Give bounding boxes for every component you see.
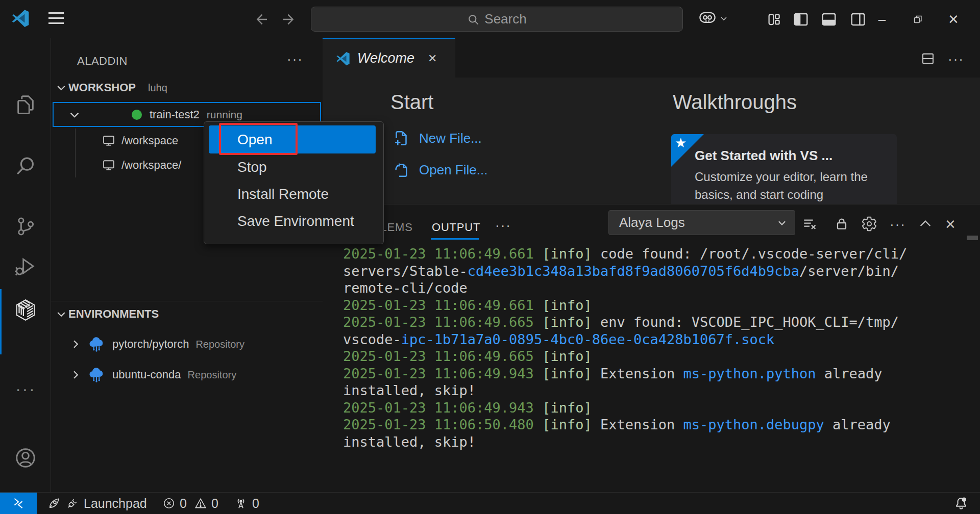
window-minimize-button[interactable]: – — [872, 9, 892, 30]
monitor-icon — [102, 158, 116, 172]
output-channel-select[interactable]: Alaya Logs — [608, 210, 795, 235]
search-input[interactable]: Search — [311, 7, 683, 32]
radio-tower-icon — [234, 496, 248, 510]
env-type: Repository — [188, 369, 237, 381]
copilot-menu-button[interactable] — [698, 11, 728, 26]
chevron-right-icon — [69, 338, 82, 350]
chevron-down-icon — [720, 14, 728, 22]
run-debug-icon[interactable] — [0, 254, 51, 278]
minimize-icon: – — [878, 12, 886, 28]
workspace-path: /workspace/ — [121, 159, 181, 172]
sidebar-more-actions-icon[interactable]: ··· — [287, 52, 303, 67]
nav-back-icon[interactable] — [253, 11, 269, 28]
chevron-down-icon — [776, 217, 788, 228]
env-item-pytorch[interactable]: pytorch/pytorch Repository — [51, 332, 323, 356]
notifications-bell-item[interactable] — [953, 493, 969, 514]
forwarded-ports-item[interactable]: 0 — [234, 493, 259, 514]
editor-more-actions-icon[interactable]: ··· — [948, 52, 964, 67]
menu-hamburger-icon[interactable] — [48, 12, 64, 24]
menu-item-stop[interactable]: Stop — [204, 153, 383, 181]
panel-more-actions-icon[interactable]: ··· — [890, 217, 906, 233]
launchpad-item[interactable]: Launchpad — [47, 493, 147, 514]
remote-icon — [12, 497, 25, 510]
tab-welcome[interactable]: Welcome ✕ — [323, 38, 455, 78]
log-line: 2025-01-23 11:06:49.665 [info] — [343, 348, 966, 365]
walkthroughs-heading: Walkthroughs — [673, 91, 797, 114]
output-channel-value: Alaya Logs — [619, 215, 776, 230]
window-restore-button[interactable] — [908, 9, 928, 30]
split-editor-icon[interactable] — [920, 51, 936, 66]
search-view-icon[interactable] — [0, 155, 51, 178]
editor-tab-bar: Welcome ✕ ··· — [323, 38, 980, 78]
monitor-icon — [102, 134, 116, 148]
open-file-link[interactable]: Open File... — [391, 160, 487, 179]
remote-indicator[interactable] — [0, 493, 37, 514]
log-line: 2025-01-23 11:06:49.943 [info] Extension… — [343, 365, 966, 382]
explorer-icon[interactable] — [0, 93, 51, 117]
section-label: ENVIRONMENTS — [68, 307, 159, 321]
cloud-repo-icon — [87, 336, 106, 353]
error-count: 0 — [180, 496, 187, 511]
account-icon[interactable] — [0, 446, 51, 470]
more-views-icon[interactable]: ··· — [0, 379, 51, 399]
launchpad-label: Launchpad — [84, 496, 147, 511]
error-icon — [162, 497, 176, 510]
activity-bar: ··· — [0, 38, 51, 492]
log-lines: 2025-01-23 11:06:49.661 [info] code foun… — [343, 245, 966, 450]
plug-icon — [65, 496, 80, 510]
env-name: ubuntu-conda — [112, 368, 181, 381]
env-name: pytorch/pytorch — [112, 338, 189, 351]
toggle-secondary-sidebar-icon[interactable] — [849, 12, 867, 27]
nav-forward-icon[interactable] — [281, 11, 298, 28]
close-panel-icon[interactable]: ✕ — [945, 217, 956, 233]
log-line: vscode-ipc-1b71a7a0-0895-4bc0-86ee-0ca42… — [343, 331, 966, 348]
problems-status-item[interactable]: 0 0 — [162, 493, 218, 514]
log-line: installed, skip! — [343, 382, 966, 399]
sidebar-title: ALADDIN — [77, 55, 128, 68]
toggle-primary-sidebar-icon[interactable] — [792, 12, 810, 27]
open-file-label: Open File... — [419, 162, 487, 178]
log-line: 2025-01-23 11:06:49.943 [info] — [343, 399, 966, 417]
rocket-icon — [47, 496, 61, 510]
toggle-panel-icon[interactable] — [820, 12, 838, 27]
chevron-right-icon — [69, 369, 82, 381]
search-icon — [467, 13, 479, 25]
window-close-button[interactable]: ✕ — [943, 9, 964, 30]
close-icon: ✕ — [948, 12, 959, 28]
tab-label: Welcome — [357, 50, 414, 66]
running-status-dot — [132, 110, 142, 120]
copilot-icon — [698, 11, 717, 26]
search-placeholder: Search — [484, 11, 526, 27]
maximize-panel-chevron-up-icon[interactable] — [917, 216, 934, 232]
log-line: 2025-01-23 11:06:49.661 [info] code foun… — [343, 245, 966, 263]
log-line: installed, skip! — [343, 433, 966, 451]
log-line: remote-cli/code — [343, 279, 966, 297]
menu-item-install-remote[interactable]: Install Remote — [204, 181, 383, 208]
section-environments[interactable]: ENVIRONMENTS — [51, 307, 323, 321]
panel-more-tabs-icon[interactable]: ··· — [495, 218, 511, 234]
new-file-link[interactable]: New File... — [391, 128, 482, 148]
customize-layout-icon[interactable] — [766, 12, 782, 27]
aladdin-extension-icon[interactable] — [0, 297, 51, 323]
tab-output[interactable]: OUTPUT — [432, 221, 480, 234]
start-heading: Start — [390, 91, 433, 114]
vscode-logo-icon — [11, 9, 30, 28]
section-workshop[interactable]: WORKSHOP luhq — [51, 81, 323, 94]
source-control-icon[interactable] — [0, 215, 51, 238]
panel-scrollbar-thumb[interactable] — [967, 236, 978, 240]
clear-output-icon[interactable] — [801, 216, 818, 232]
status-bar: Launchpad 0 0 — [0, 492, 980, 514]
warning-icon — [194, 497, 207, 510]
walkthrough-card[interactable]: ★ Get Started with VS ... Customize your… — [671, 134, 897, 204]
panel-settings-gear-icon[interactable] — [861, 216, 877, 232]
tab-close-icon[interactable]: ✕ — [428, 52, 437, 65]
bottom-panel: PROBLEMS OUTPUT ··· Alaya Logs — [323, 204, 980, 492]
vscode-window: Search — [0, 0, 980, 514]
open-file-icon — [391, 160, 411, 179]
lock-icon[interactable] — [834, 216, 850, 232]
workshop-name: train-test2 — [150, 108, 200, 121]
bell-icon — [953, 496, 969, 511]
workspace-path: /workspace — [121, 134, 178, 147]
menu-item-save-environment[interactable]: Save Environment — [204, 208, 383, 235]
env-item-ubuntu-conda[interactable]: ubuntu-conda Repository — [51, 363, 323, 387]
